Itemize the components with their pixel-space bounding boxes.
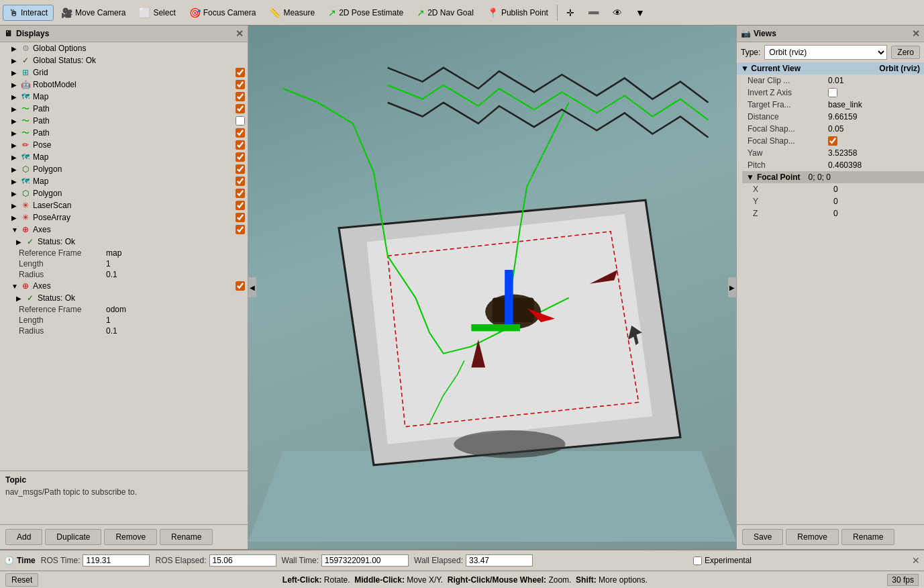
tree-item-path1[interactable]: ▶ 〜 Path [0, 103, 248, 115]
crosshair-button[interactable]: ✛ [560, 5, 580, 21]
views-remove-button[interactable]: Remove [786, 529, 839, 545]
tree-item-polygon2[interactable]: ▶ ⬡ Polygon [0, 187, 248, 199]
axes1-checkbox[interactable] [236, 225, 245, 234]
distance-row: Distance 9.66159 [737, 111, 924, 123]
tree-item-global-status[interactable]: ▶ ✓ Global Status: Ok [0, 54, 248, 66]
expand-arrow-laserscan[interactable]: ▶ [11, 202, 18, 209]
collapse-left-button[interactable]: ◀ [248, 277, 256, 297]
measure-button[interactable]: 📏 Measure [263, 5, 321, 21]
focus-camera-button[interactable]: 🎯 Focus Camera [183, 5, 262, 21]
time-close-button[interactable]: ✕ [912, 555, 920, 566]
expand-arrow-path2[interactable]: ▶ [11, 117, 18, 125]
wall-time-input[interactable] [321, 554, 409, 567]
expand-arrow-global-status[interactable]: ▶ [11, 57, 18, 64]
add-button[interactable]: Add [5, 529, 42, 545]
tree-item-grid[interactable]: ▶ ⊞ Grid [0, 66, 248, 79]
focal-shape1-row: Focal Shap... 0.05 [737, 123, 924, 135]
expand-arrow-global-options[interactable]: ▶ [11, 45, 18, 52]
chevron-down-icon: ▼ [635, 7, 645, 18]
collapse-right-button[interactable]: ▶ [728, 277, 736, 297]
tree-item-map2[interactable]: ▶ 🗺 Map [0, 151, 248, 163]
tree-item-axes2-status[interactable]: ▶ ✓ Status: Ok [0, 292, 248, 304]
tree-item-laserscan[interactable]: ▶ ✳ LaserScan [0, 199, 248, 211]
posearray-checkbox[interactable] [236, 213, 245, 222]
eye-button[interactable]: 👁 [607, 5, 628, 21]
expand-arrow-axes1-status[interactable]: ▶ [16, 238, 23, 246]
expand-arrow-polygon1[interactable]: ▶ [11, 166, 18, 173]
expand-arrow-robotmodel[interactable]: ▶ [11, 81, 18, 89]
displays-tree: ▶ ⚙ Global Options ▶ ✓ Global Status: Ok… [0, 42, 248, 471]
pose-estimate-button[interactable]: ↗ 2D Pose Estimate [322, 5, 409, 21]
tree-item-path2[interactable]: ▶ 〜 Path [0, 115, 248, 127]
displays-close-button[interactable]: ✕ [236, 28, 244, 39]
tree-item-robotmodel[interactable]: ▶ 🤖 RobotModel [0, 79, 248, 91]
chevron-button[interactable]: ▼ [629, 5, 651, 21]
ros-time-input[interactable] [83, 554, 150, 567]
save-button[interactable]: Save [742, 529, 783, 545]
viewport[interactable]: ◀ ▶ [248, 26, 736, 549]
axes2-length-row: Length 1 [0, 315, 248, 326]
expand-arrow-map2[interactable]: ▶ [11, 154, 18, 161]
path3-checkbox[interactable] [236, 128, 245, 138]
map1-checkbox[interactable] [236, 92, 245, 101]
laserscan-checkbox[interactable] [236, 201, 245, 210]
robotmodel-checkbox[interactable] [236, 80, 245, 89]
expand-arrow-map3[interactable]: ▶ [11, 178, 18, 185]
expand-arrow-grid[interactable]: ▶ [11, 69, 18, 77]
views-close-button[interactable]: ✕ [912, 28, 920, 39]
tree-item-global-options[interactable]: ▶ ⚙ Global Options [0, 42, 248, 54]
focal-shape2-checkbox[interactable] [828, 136, 837, 146]
remove-button[interactable]: Remove [104, 529, 157, 545]
select-button[interactable]: ⬜ Select [133, 5, 181, 21]
tree-item-pose[interactable]: ▶ ✏ Pose [0, 139, 248, 151]
nav-goal-icon: ↗ [417, 7, 425, 18]
path1-checkbox[interactable] [236, 104, 245, 113]
tree-item-axes1[interactable]: ▼ ⊕ Axes [0, 224, 248, 236]
polygon1-checkbox[interactable] [236, 164, 245, 174]
map2-checkbox[interactable] [236, 152, 245, 162]
wall-elapsed-input[interactable] [466, 554, 533, 567]
expand-arrow-axes1[interactable]: ▼ [11, 226, 18, 234]
rename-button[interactable]: Rename [160, 529, 213, 545]
grid-checkbox[interactable] [236, 68, 245, 77]
svg-rect-8 [471, 324, 520, 331]
expand-arrow-axes2[interactable]: ▼ [11, 283, 18, 290]
axes2-checkbox[interactable] [236, 281, 245, 291]
expand-arrow-map1[interactable]: ▶ [11, 93, 18, 101]
expand-arrow-path1[interactable]: ▶ [11, 105, 18, 113]
publish-point-button[interactable]: 📍 Publish Point [481, 5, 554, 21]
path2-checkbox[interactable] [236, 116, 245, 126]
interact-button[interactable]: 🖱 Interact [3, 5, 54, 21]
tree-item-posearray[interactable]: ▶ ✳ PoseArray [0, 211, 248, 224]
expand-arrow-axes2-status[interactable]: ▶ [16, 295, 23, 302]
minus-button[interactable]: ➖ [582, 5, 605, 21]
crosshair-icon: ✛ [566, 7, 574, 18]
tree-item-map1[interactable]: ▶ 🗺 Map [0, 91, 248, 103]
nav-goal-button[interactable]: ↗ 2D Nav Goal [411, 5, 480, 21]
expand-arrow-path3[interactable]: ▶ [11, 130, 18, 137]
views-rename-button[interactable]: Rename [841, 529, 894, 545]
ros-elapsed-input[interactable] [209, 554, 276, 567]
tree-item-path3[interactable]: ▶ 〜 Path [0, 127, 248, 139]
polygon2-checkbox[interactable] [236, 189, 245, 198]
tree-item-map3[interactable]: ▶ 🗺 Map [0, 175, 248, 187]
reset-button[interactable]: Reset [5, 573, 38, 587]
expand-arrow-polygon2[interactable]: ▶ [11, 190, 18, 197]
map3-checkbox[interactable] [236, 177, 245, 186]
experimental-checkbox[interactable] [693, 556, 702, 565]
interact-icon: 🖱 [9, 7, 18, 18]
expand-arrow-posearray[interactable]: ▶ [11, 214, 18, 222]
invert-z-checkbox[interactable] [828, 88, 837, 97]
view-type-select[interactable]: Orbit (rviz) [764, 45, 887, 60]
tree-item-polygon1[interactable]: ▶ ⬡ Polygon [0, 163, 248, 175]
tree-item-axes2[interactable]: ▼ ⊕ Axes [0, 280, 248, 292]
3d-viewport-canvas[interactable]: ◀ ▶ [248, 26, 736, 549]
duplicate-button[interactable]: Duplicate [45, 529, 101, 545]
expand-arrow-pose[interactable]: ▶ [11, 142, 18, 149]
tree-item-axes1-status[interactable]: ▶ ✓ Status: Ok [0, 236, 248, 248]
left-panel: 🖥 Displays ✕ ▶ ⚙ Global Options ▶ ✓ Glob… [0, 26, 248, 549]
move-camera-button[interactable]: 🎥 Move Camera [55, 5, 132, 21]
pose-checkbox[interactable] [236, 140, 245, 150]
focal-y-row: Y 0 [737, 195, 924, 207]
zero-button[interactable]: Zero [891, 46, 920, 59]
